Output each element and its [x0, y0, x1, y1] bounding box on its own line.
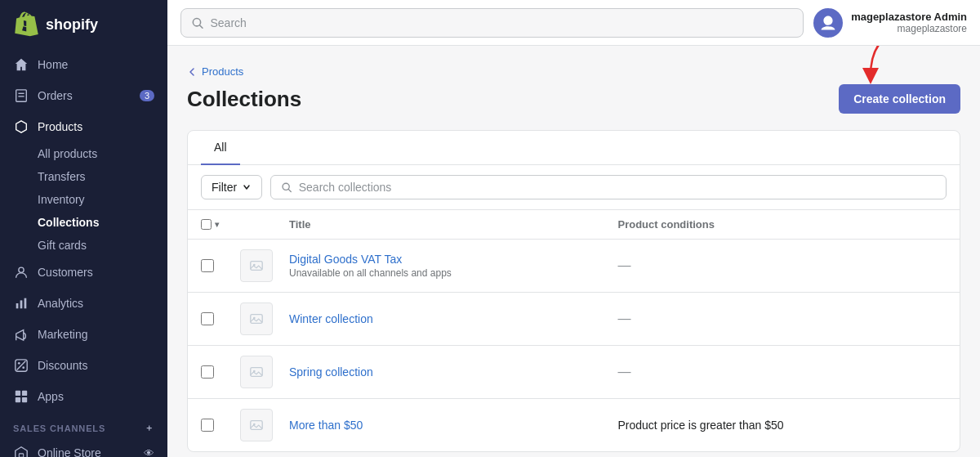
- svg-point-9: [22, 366, 24, 369]
- svg-rect-32: [251, 315, 262, 324]
- row-condition-4: Product price is greater than $50: [618, 419, 947, 432]
- user-info: mageplazastore Admin mageplazastore: [851, 11, 967, 34]
- select-all-chevron[interactable]: ▾: [215, 220, 219, 229]
- filter-button[interactable]: Filter: [201, 175, 262, 199]
- marketing-icon: [13, 326, 29, 343]
- create-button-wrapper: Create collection: [839, 84, 960, 114]
- customers-icon: [13, 264, 29, 280]
- chevron-left-icon: [187, 67, 197, 77]
- row-thumb-1: [240, 249, 289, 282]
- sidebar-item-orders[interactable]: Orders 3: [0, 80, 167, 111]
- global-search-bar[interactable]: [180, 8, 804, 38]
- svg-rect-36: [251, 421, 262, 430]
- filter-label: Filter: [212, 181, 237, 194]
- collection-subtitle-1: Unavailable on all channels and apps: [289, 267, 618, 279]
- create-collection-button[interactable]: Create collection: [839, 84, 960, 114]
- svg-point-8: [18, 362, 20, 365]
- table-header: ▾ Title Product conditions: [188, 210, 960, 240]
- sidebar-logo[interactable]: shopify: [0, 0, 167, 49]
- svg-line-29: [288, 189, 291, 191]
- sidebar-item-analytics[interactable]: Analytics: [0, 288, 167, 319]
- search-collections-icon: [281, 181, 292, 193]
- collection-title-link-4[interactable]: More than $50: [289, 419, 618, 432]
- table-row: Winter collection —: [188, 293, 960, 346]
- sidebar-item-all-products[interactable]: All products: [38, 142, 167, 165]
- collection-title-link-2[interactable]: Winter collection: [289, 312, 618, 325]
- svg-rect-5: [20, 300, 23, 308]
- svg-rect-6: [24, 298, 27, 309]
- topbar-right: mageplazastore Admin mageplazastore: [813, 8, 967, 38]
- svg-rect-13: [22, 391, 27, 396]
- filters-row: Filter: [188, 165, 960, 210]
- user-store: mageplazastore: [851, 23, 967, 34]
- col-image: [240, 218, 289, 231]
- breadcrumb-text: Products: [202, 65, 243, 78]
- svg-point-3: [19, 267, 24, 272]
- row-condition-1: —: [618, 258, 947, 273]
- row-condition-2: —: [618, 311, 947, 326]
- sales-channels-label: SALES CHANNELS ＋: [0, 412, 167, 437]
- image-placeholder-icon: [249, 311, 264, 326]
- sidebar-item-analytics-label: Analytics: [38, 297, 83, 310]
- svg-rect-30: [251, 262, 262, 271]
- brand-name: shopify: [46, 16, 98, 34]
- products-icon: [13, 119, 29, 135]
- row-checkbox-wrapper-3[interactable]: [201, 365, 240, 379]
- sidebar-item-customers-label: Customers: [38, 266, 93, 279]
- avatar: [813, 8, 843, 38]
- row-info-1: Digital Goods VAT Tax Unavailable on all…: [289, 253, 618, 279]
- orders-icon: [13, 87, 29, 104]
- online-store-icon: [13, 445, 29, 457]
- row-checkbox-wrapper-1[interactable]: [201, 259, 240, 272]
- row-info-2: Winter collection: [289, 312, 618, 325]
- analytics-icon: [13, 295, 29, 311]
- sidebar-item-orders-label: Orders: [38, 89, 73, 102]
- svg-rect-14: [16, 397, 20, 402]
- collection-title-link-3[interactable]: Spring collection: [289, 365, 618, 379]
- sidebar-item-inventory[interactable]: Inventory: [38, 188, 167, 211]
- svg-rect-34: [251, 368, 262, 377]
- table-row: Spring collection —: [188, 346, 960, 399]
- home-icon: [13, 56, 29, 73]
- search-collections-bar[interactable]: [270, 175, 947, 199]
- row-checkbox-1[interactable]: [201, 259, 214, 272]
- row-thumb-4: [240, 409, 289, 441]
- row-checkbox-4[interactable]: [201, 419, 214, 432]
- sidebar-item-apps-label: Apps: [38, 390, 64, 403]
- breadcrumb[interactable]: Products: [187, 65, 960, 78]
- sidebar-item-online-store[interactable]: Online Store 👁: [0, 437, 167, 457]
- tab-all[interactable]: All: [201, 131, 240, 165]
- sidebar-item-home-label: Home: [38, 58, 68, 71]
- sidebar-item-apps[interactable]: Apps: [0, 381, 167, 412]
- sidebar-item-gift-cards[interactable]: Gift cards: [38, 234, 167, 257]
- row-checkbox-3[interactable]: [201, 365, 214, 379]
- sidebar-item-home[interactable]: Home: [0, 49, 167, 80]
- search-collections-input[interactable]: [299, 181, 936, 194]
- select-all-wrapper[interactable]: ▾: [201, 218, 240, 231]
- sidebar-item-discounts[interactable]: Discounts: [0, 350, 167, 381]
- sidebar-item-marketing-label: Marketing: [38, 328, 87, 341]
- sidebar-item-collections[interactable]: Collections: [38, 211, 167, 234]
- add-sales-channel-icon[interactable]: ＋: [145, 422, 154, 434]
- row-checkbox-wrapper-2[interactable]: [201, 312, 240, 325]
- orders-badge: 3: [140, 90, 154, 101]
- sidebar-item-marketing[interactable]: Marketing: [0, 319, 167, 350]
- sidebar-navigation: Home Orders 3 Products All products Tran…: [0, 49, 167, 457]
- sidebar-item-transfers[interactable]: Transfers: [38, 165, 167, 188]
- image-placeholder-icon: [249, 258, 264, 273]
- sidebar-item-customers[interactable]: Customers: [0, 257, 167, 288]
- tabs-row: All: [188, 131, 960, 165]
- row-checkbox-wrapper-4[interactable]: [201, 419, 240, 432]
- image-placeholder-icon: [249, 418, 264, 432]
- sidebar-item-products[interactable]: Products: [0, 111, 167, 142]
- row-checkbox-2[interactable]: [201, 312, 214, 325]
- page-content: Products Collections Create collection: [167, 46, 980, 457]
- shopify-logo-icon: [13, 11, 39, 38]
- sidebar-item-online-store-label: Online Store: [38, 446, 101, 457]
- search-input[interactable]: [210, 16, 793, 29]
- select-all-checkbox[interactable]: [201, 219, 212, 230]
- topbar: mageplazastore Admin mageplazastore: [167, 0, 980, 46]
- sidebar-item-discounts-label: Discounts: [38, 359, 87, 372]
- collection-title-link-1[interactable]: Digital Goods VAT Tax: [289, 253, 618, 266]
- image-placeholder-icon: [249, 365, 264, 379]
